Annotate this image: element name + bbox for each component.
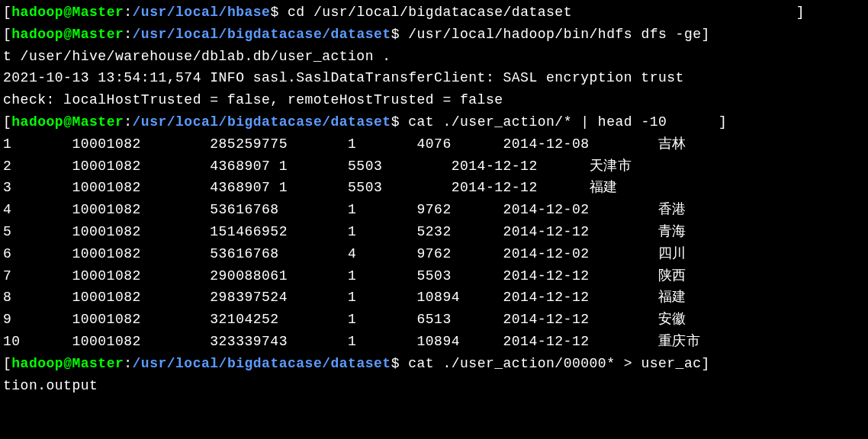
trailing: ] — [572, 5, 805, 20]
prompt-at: @ — [63, 114, 72, 130]
prompt-dollar: $ — [270, 5, 288, 20]
trailing: ] — [667, 114, 727, 130]
table-row: 6 10001082 53616768 4 9762 2014-12-02 四川 — [3, 243, 865, 265]
prompt-colon: : — [124, 5, 132, 20]
table-row: 4 10001082 53616768 1 9762 2014-12-02 香港 — [3, 199, 865, 221]
command-text: cat ./user_action/* | head -10 — [408, 114, 667, 130]
table-row: 7 10001082 290088061 1 5503 2014-12-12 陕… — [3, 265, 865, 287]
table-output: 1 10001082 285259775 1 4076 2014-12-08 吉… — [3, 133, 865, 353]
prompt-path: /usr/local/bigdatacase/dataset — [133, 114, 391, 130]
prompt-dollar: $ — [391, 27, 409, 42]
prompt-user: hadoop — [11, 114, 63, 130]
prompt-line: [hadoop@Master:/usr/local/bigdatacase/da… — [3, 111, 865, 133]
table-row: 3 10001082 4368907 1 5503 2014-12-12 福建 — [3, 177, 865, 199]
prompt-colon: : — [124, 114, 132, 130]
prompt-user: hadoop — [11, 356, 63, 371]
command-text: cat ./user_action/00000* > user_ac — [408, 356, 701, 371]
bracket: [ — [3, 356, 11, 371]
table-row: 5 10001082 151466952 1 5232 2014-12-12 青… — [3, 221, 865, 243]
bracket: [ — [3, 27, 11, 42]
trailing: ] — [702, 27, 710, 42]
prompt-user: hadoop — [11, 27, 63, 42]
bracket: [ — [3, 5, 11, 20]
prompt-path: /usr/local/hbase — [133, 5, 271, 20]
bracket: [ — [3, 114, 11, 130]
trailing: ] — [702, 356, 710, 371]
prompt-user: hadoop — [11, 5, 63, 20]
prompt-path: /usr/local/bigdatacase/dataset — [133, 27, 391, 42]
table-row: 8 10001082 298397524 1 10894 2014-12-12 … — [3, 287, 865, 309]
prompt-host: Master — [72, 356, 124, 371]
prompt-host: Master — [72, 114, 124, 130]
table-row: 9 10001082 32104252 1 6513 2014-12-12 安徽 — [3, 309, 865, 331]
prompt-at: @ — [63, 5, 72, 20]
prompt-line: [hadoop@Master:/usr/local/bigdatacase/da… — [3, 353, 865, 375]
prompt-line: [hadoop@Master:/usr/local/bigdatacase/da… — [3, 24, 865, 46]
table-row: 2 10001082 4368907 1 5503 2014-12-12 天津市 — [3, 155, 865, 178]
table-row: 10 10001082 323339743 1 10894 2014-12-12… — [3, 331, 865, 353]
log-output: 2021-10-13 13:54:11,574 INFO sasl.SaslDa… — [3, 67, 865, 89]
prompt-line: [hadoop@Master:/usr/local/hbase$ cd /usr… — [3, 2, 865, 24]
prompt-colon: : — [124, 27, 132, 42]
prompt-host: Master — [72, 5, 124, 20]
command-continuation: t /user/hive/warehouse/dblab.db/user_act… — [3, 46, 865, 68]
prompt-dollar: $ — [391, 356, 409, 371]
command-text: /usr/local/hadoop/bin/hdfs dfs -ge — [408, 27, 701, 42]
prompt-path: /usr/local/bigdatacase/dataset — [133, 356, 391, 371]
prompt-at: @ — [63, 27, 72, 42]
terminal[interactable]: [hadoop@Master:/usr/local/hbase$ cd /usr… — [3, 2, 865, 396]
prompt-at: @ — [63, 356, 72, 371]
prompt-host: Master — [72, 27, 124, 42]
prompt-dollar: $ — [391, 114, 409, 130]
table-row: 1 10001082 285259775 1 4076 2014-12-08 吉… — [3, 133, 865, 155]
prompt-colon: : — [124, 356, 132, 371]
command-continuation: tion.output — [3, 375, 865, 397]
command-text: cd /usr/local/bigdatacase/dataset — [288, 5, 572, 20]
log-output: check: localHostTrusted = false, remoteH… — [3, 89, 865, 111]
